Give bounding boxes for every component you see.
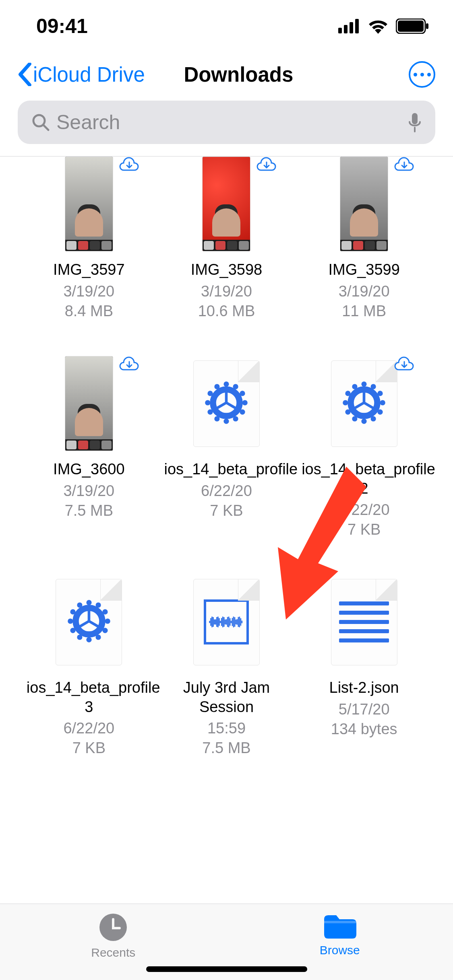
file-thumbnail (316, 356, 412, 451)
cloud-download-icon (119, 354, 140, 375)
file-name: ios_14_beta_profile (164, 460, 289, 479)
svg-point-17 (208, 410, 213, 415)
svg-point-29 (378, 410, 383, 415)
file-date: 3/19/20 (201, 283, 252, 300)
ellipsis-icon (414, 73, 431, 76)
photo-thumbnail (65, 156, 113, 251)
gear-icon (342, 381, 386, 426)
file-item[interactable]: IMG_35973/19/208.4 MB (20, 156, 158, 320)
svg-point-31 (362, 419, 367, 424)
file-size: 11 MB (342, 303, 386, 320)
file-item[interactable]: IMG_35983/19/2010.6 MB (158, 156, 296, 320)
document-thumbnail (56, 579, 122, 665)
file-item[interactable]: List-2.json5/17/20134 bytes (295, 574, 433, 757)
files-grid-scroll[interactable]: IMG_35973/19/208.4 MBIMG_35983/19/2010.6… (0, 156, 453, 881)
cloud-download-icon (256, 156, 277, 175)
file-name: ios_14_beta_profile 3 (27, 678, 151, 716)
text-lines-icon (339, 601, 389, 642)
svg-point-51 (70, 609, 75, 614)
file-date: 3/19/20 (339, 283, 390, 300)
svg-point-28 (380, 400, 385, 405)
svg-line-58 (78, 621, 89, 627)
svg-point-39 (378, 391, 383, 396)
tab-label: Recents (91, 946, 135, 959)
clock-icon (99, 913, 128, 942)
svg-line-57 (89, 621, 99, 627)
file-name: July 3rd Jam Session (164, 678, 289, 716)
cellular-icon (338, 19, 360, 33)
document-thumbnail (331, 360, 397, 447)
photo-thumbnail (202, 156, 250, 251)
svg-point-36 (352, 384, 357, 389)
file-item[interactable]: July 3rd Jam Session15:597.5 MB (158, 574, 296, 757)
svg-point-16 (215, 416, 220, 421)
file-date: 3/19/20 (63, 482, 114, 500)
file-thumbnail (41, 574, 137, 669)
svg-rect-89 (324, 921, 356, 923)
svg-line-8 (43, 125, 48, 130)
svg-rect-9 (412, 113, 418, 124)
gear-icon (204, 381, 248, 426)
wifi-icon (368, 19, 389, 34)
svg-point-54 (95, 602, 101, 607)
status-right (338, 19, 429, 34)
file-date: 15:59 (207, 720, 246, 737)
folder-icon (323, 913, 357, 939)
file-name: IMG_3598 (191, 260, 262, 280)
file-name: IMG_3597 (53, 260, 124, 280)
file-item[interactable]: IMG_35993/19/2011 MB (295, 156, 433, 320)
svg-point-45 (102, 628, 108, 633)
document-thumbnail (193, 360, 260, 447)
file-size: 7 KB (72, 739, 105, 757)
svg-point-44 (105, 618, 110, 624)
file-name: List-2.json (329, 678, 399, 698)
file-size: 7.5 MB (65, 502, 113, 519)
status-time: 09:41 (36, 14, 88, 38)
file-thumbnail (316, 156, 412, 251)
file-size: 7.5 MB (202, 739, 250, 757)
cloud-download-icon (394, 354, 415, 375)
document-thumbnail (331, 579, 397, 665)
file-item[interactable]: ios_14_beta_profile6/22/207 KB (158, 356, 296, 538)
svg-rect-0 (338, 28, 342, 33)
more-button[interactable] (409, 61, 435, 88)
status-bar: 09:41 (0, 0, 453, 52)
svg-line-25 (226, 403, 237, 409)
file-size: 7 KB (348, 521, 381, 538)
svg-rect-3 (355, 19, 359, 33)
search-input[interactable] (56, 111, 401, 134)
svg-rect-6 (426, 23, 428, 29)
svg-line-26 (216, 403, 226, 409)
file-date: 6/22/20 (201, 482, 252, 500)
file-item[interactable]: ios_14_beta_profile 36/22/207 KB (20, 574, 158, 757)
svg-point-21 (224, 381, 229, 387)
file-thumbnail (41, 356, 137, 451)
search-field[interactable] (18, 101, 435, 144)
svg-rect-2 (350, 22, 353, 33)
search-wrap (0, 97, 453, 156)
gear-icon (67, 599, 111, 645)
home-indicator[interactable] (146, 966, 307, 972)
file-item[interactable]: ios_14_beta_profile 26/22/207 KB (295, 356, 433, 538)
svg-point-13 (240, 410, 245, 415)
svg-point-38 (371, 384, 376, 389)
svg-point-49 (70, 628, 75, 633)
mic-icon[interactable] (408, 112, 422, 132)
svg-rect-1 (344, 25, 348, 33)
svg-point-22 (233, 384, 238, 389)
file-size: 8.4 MB (65, 303, 113, 320)
file-date: 3/19/20 (63, 283, 114, 300)
file-item[interactable]: IMG_36003/19/207.5 MB (20, 356, 158, 538)
tab-label: Browse (320, 943, 360, 957)
svg-line-42 (354, 403, 364, 409)
file-name: IMG_3599 (328, 260, 399, 280)
page-title: Downloads (68, 63, 409, 86)
svg-point-32 (352, 416, 357, 421)
nav-header: iCloud Drive Downloads (0, 52, 453, 97)
svg-point-48 (77, 634, 82, 640)
photo-thumbnail (65, 356, 113, 451)
svg-point-23 (240, 391, 245, 396)
file-thumbnail (41, 156, 137, 251)
file-date: 5/17/20 (339, 701, 390, 718)
svg-point-12 (242, 400, 248, 405)
